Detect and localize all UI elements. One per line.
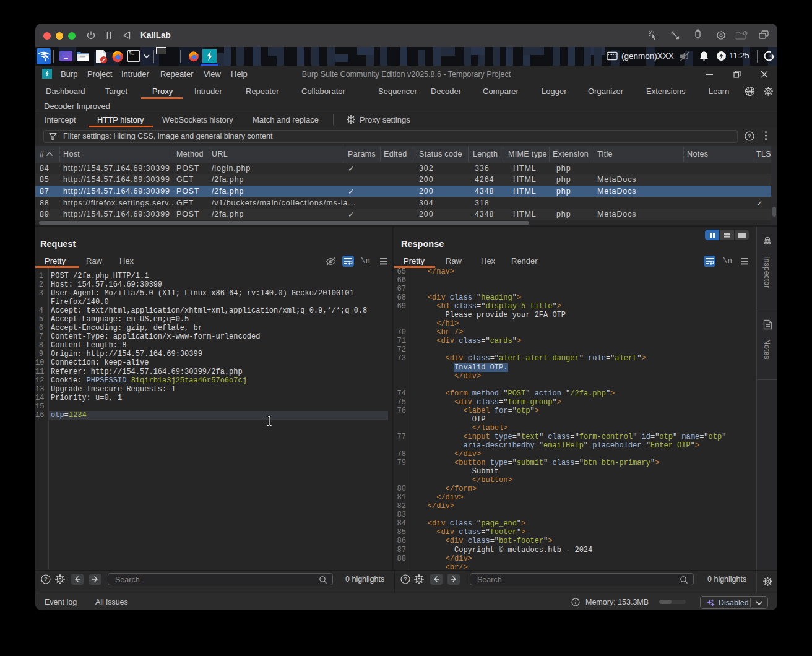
svg-text:?: ? [44,576,47,582]
svg-text:?: ? [404,576,407,582]
svg-text:?: ? [748,132,751,139]
